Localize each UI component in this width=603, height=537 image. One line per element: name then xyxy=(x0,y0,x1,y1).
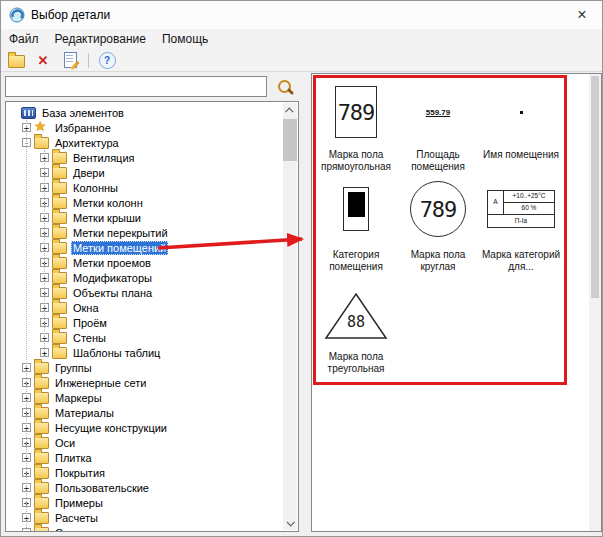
tree-item-icon xyxy=(52,182,67,194)
menu-edit[interactable]: Редактирование xyxy=(55,32,146,46)
app-icon xyxy=(9,7,25,23)
detail-item[interactable]: 88 Марка пола треугольная xyxy=(315,273,397,375)
tree-item[interactable]: + Проём xyxy=(6,315,298,330)
tree-item[interactable]: + Материалы xyxy=(6,405,298,420)
toolbar: ✕ ? xyxy=(1,49,602,72)
detail-item[interactable]: 559.79 Площадь помещения xyxy=(397,79,479,173)
tree-item-icon xyxy=(52,332,67,344)
tree-item-label: Сварные соединения xyxy=(53,526,167,533)
tree-item-icon xyxy=(34,407,49,419)
tree-item[interactable]: + Сварные соединения xyxy=(6,525,298,532)
tree-item-icon xyxy=(34,122,49,134)
tree-item[interactable]: - Архитектура xyxy=(6,135,298,150)
detail-item-label: Категория помещения xyxy=(316,249,396,273)
tree-item-icon xyxy=(34,452,49,464)
tree-item[interactable]: + Оси xyxy=(6,435,298,450)
title-bar: Выбор детали × xyxy=(1,1,602,29)
tree-item-icon xyxy=(52,302,67,314)
edit-button[interactable] xyxy=(61,51,79,69)
tree-item-label: Расчеты xyxy=(53,511,100,525)
scroll-down-icon[interactable] xyxy=(283,515,297,530)
menu-help[interactable]: Помощь xyxy=(162,32,208,46)
tree-item-label: Двери xyxy=(71,166,107,180)
detail-item-label: Имя помещения xyxy=(483,149,559,161)
element-tree[interactable]: База элементов + Избранное - Архитектура… xyxy=(5,101,299,532)
tree-item[interactable]: + Метки перекрытий xyxy=(6,225,298,240)
tree-item-label: Примеры xyxy=(53,496,105,510)
menu-file[interactable]: Файл xyxy=(9,32,39,46)
tree-item-label: Колонны xyxy=(71,181,120,195)
tree-item[interactable]: + Метки помещений xyxy=(6,240,298,255)
tree-guide-line xyxy=(44,150,45,352)
close-button[interactable]: × xyxy=(570,4,594,26)
tree-item[interactable]: + Двери xyxy=(6,165,298,180)
tree-item[interactable]: + Метки проемов xyxy=(6,255,298,270)
tree-item[interactable]: + Вентиляция xyxy=(6,150,298,165)
tree-item[interactable]: + Стены xyxy=(6,330,298,345)
circle-mark-icon: 789 xyxy=(410,181,466,237)
tree-item-label: Объекты плана xyxy=(71,286,154,300)
tree-item-label: Метки проемов xyxy=(71,256,153,270)
tree-item-label: Плитка xyxy=(53,451,94,465)
menu-bar: Файл Редактирование Помощь xyxy=(1,29,602,49)
tree-item[interactable]: + Модификаторы xyxy=(6,270,298,285)
detail-item[interactable]: Имя помещения xyxy=(479,79,563,173)
detail-item[interactable]: А +10..+25°C 60 % П-Iа Марка категорий д… xyxy=(479,173,563,273)
tree-item-label: Маркеры xyxy=(53,391,104,405)
tree-item[interactable]: База элементов xyxy=(6,105,298,120)
tree-item-icon xyxy=(52,212,67,224)
tree-item-icon xyxy=(34,437,49,449)
tree-item[interactable]: + Шаблоны таблиц xyxy=(6,345,298,360)
search-button[interactable] xyxy=(278,80,296,96)
detail-item[interactable]: 789 Марка пола прямоугольная xyxy=(315,79,397,173)
panel-scrollbar[interactable] xyxy=(589,74,601,531)
tree-item-icon xyxy=(34,497,49,509)
tree-item-icon xyxy=(52,317,67,329)
detail-item[interactable]: Категория помещения xyxy=(315,173,397,273)
detail-item[interactable]: 789 Марка пола круглая xyxy=(397,173,479,273)
window-title: Выбор детали xyxy=(31,8,110,22)
panel-scrollbar-thumb[interactable] xyxy=(591,76,599,298)
delete-x-icon: ✕ xyxy=(38,54,49,67)
tree-item-label: Окна xyxy=(71,301,101,315)
tree-item-label: Инженерные сети xyxy=(53,376,148,390)
tree-item[interactable]: + Группы xyxy=(6,360,298,375)
tree-item[interactable]: + Примеры xyxy=(6,495,298,510)
tree-item-icon xyxy=(21,107,36,119)
toolbar-separator xyxy=(88,53,89,68)
tree-item-icon xyxy=(52,227,67,239)
tree-item[interactable]: + Расчеты xyxy=(6,510,298,525)
scroll-up-icon[interactable] xyxy=(283,103,297,118)
tree-item-label: Избранное xyxy=(53,121,113,135)
tree-item[interactable]: + Несущие конструкции xyxy=(6,420,298,435)
search-input[interactable] xyxy=(5,76,267,97)
tree-item[interactable]: + Плитка xyxy=(6,450,298,465)
help-button[interactable]: ? xyxy=(98,51,116,69)
tree-item[interactable]: + Инженерные сети xyxy=(6,375,298,390)
delete-button[interactable]: ✕ xyxy=(34,51,52,69)
tree-item-icon xyxy=(34,512,49,524)
dot-icon xyxy=(520,111,523,114)
tree-item-icon xyxy=(34,137,49,149)
tree-scrollbar-thumb[interactable] xyxy=(283,119,297,161)
tree-item[interactable]: + Пользовательские xyxy=(6,480,298,495)
tree-item[interactable]: + Избранное xyxy=(6,120,298,135)
tree-item-label: Модификаторы xyxy=(71,271,154,285)
tree-item-label: Пользовательские xyxy=(53,481,151,495)
category-table-icon: А +10..+25°C 60 % П-Iа xyxy=(487,190,555,228)
tree-item[interactable]: + Покрытия xyxy=(6,465,298,480)
tree-item[interactable]: + Колонны xyxy=(6,180,298,195)
area-value-icon: 559.79 xyxy=(426,108,450,117)
tree-item[interactable]: + Объекты плана xyxy=(6,285,298,300)
tree-item-label: Проём xyxy=(71,316,109,330)
tree-item[interactable]: + Метки колонн xyxy=(6,195,298,210)
open-folder-button[interactable] xyxy=(7,51,25,69)
tree-scrollbar[interactable] xyxy=(283,103,297,530)
tree-item-label: Метки перекрытий xyxy=(71,226,170,240)
tree-item[interactable]: + Маркеры xyxy=(6,390,298,405)
detail-item-label: Марка пола треугольная xyxy=(316,351,396,375)
tree-item[interactable]: + Метки крыши xyxy=(6,210,298,225)
category-icon xyxy=(343,187,369,231)
tree-item-icon xyxy=(52,347,67,359)
tree-item[interactable]: + Окна xyxy=(6,300,298,315)
